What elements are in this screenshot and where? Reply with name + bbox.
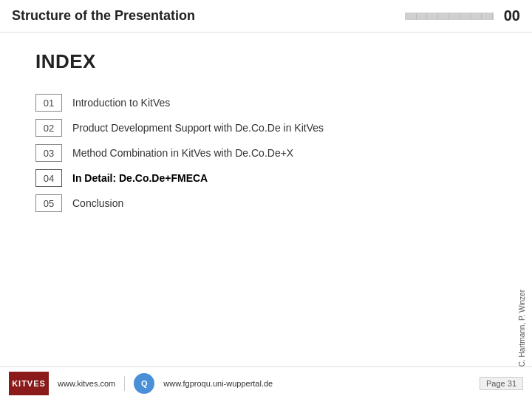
header: Structure of the Presentation 00 — [0, 0, 532, 33]
menu-item-04[interactable]: 04In Detail: De.Co.De+FMECA — [35, 169, 497, 187]
menu-number-04: 04 — [35, 169, 62, 187]
progress-seg-2 — [417, 13, 428, 19]
menu-item-01[interactable]: 01Introduction to KitVes — [35, 94, 497, 112]
footer: KITVES www.kitves.com Q www.fgproqu.uni-… — [0, 366, 532, 399]
menu-number-01: 01 — [35, 94, 62, 112]
progress-seg-5 — [449, 13, 460, 19]
main-content: INDEX 01Introduction to KitVes02Product … — [0, 33, 532, 366]
menu-item-05[interactable]: 05Conclusion — [35, 194, 497, 212]
progress-seg-8 — [482, 13, 493, 19]
slide-number: 00 — [504, 7, 520, 24]
progress-area: 00 — [405, 7, 520, 24]
menu-label-03: Method Combination in KitVes with De.Co.… — [72, 147, 293, 159]
partner-logo: Q — [134, 373, 154, 394]
side-text-area: C. Hartmann, P. Winzer — [518, 33, 526, 366]
progress-seg-1 — [406, 13, 417, 19]
progress-seg-6 — [460, 13, 471, 19]
progress-seg-3 — [427, 13, 438, 19]
progress-seg-7 — [471, 13, 482, 19]
menu-label-02: Product Development Support with De.Co.D… — [72, 122, 324, 134]
index-list: 01Introduction to KitVes02Product Develo… — [35, 94, 497, 212]
progress-bar — [405, 13, 494, 20]
menu-label-04: In Detail: De.Co.De+FMECA — [72, 172, 208, 184]
index-heading: INDEX — [35, 50, 497, 73]
menu-number-02: 02 — [35, 119, 62, 137]
menu-number-05: 05 — [35, 194, 62, 212]
url-1[interactable]: www.kitves.com — [58, 379, 115, 388]
menu-item-03[interactable]: 03Method Combination in KitVes with De.C… — [35, 144, 497, 162]
footer-divider — [124, 376, 125, 391]
page-title: Structure of the Presentation — [12, 8, 405, 24]
company-logo: KITVES — [9, 372, 49, 395]
url-2[interactable]: www.fgproqu.uni-wuppertal.de — [163, 379, 273, 388]
side-text-label: C. Hartmann, P. Winzer — [518, 284, 526, 366]
page-number: Page 31 — [480, 377, 523, 390]
menu-item-02[interactable]: 02Product Development Support with De.Co… — [35, 119, 497, 137]
menu-label-05: Conclusion — [72, 197, 123, 209]
menu-label-01: Introduction to KitVes — [72, 97, 170, 109]
menu-number-03: 03 — [35, 144, 62, 162]
progress-seg-4 — [438, 13, 449, 19]
